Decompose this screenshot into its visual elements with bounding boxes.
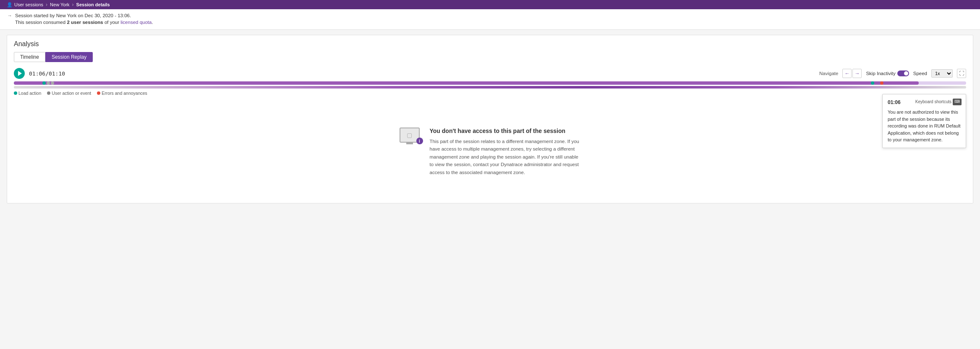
player-controls: 01:06/01:10 Navigate ← → Skip Inactivity… [14, 68, 966, 79]
marker-mid [290, 81, 294, 85]
analysis-tabs: Timeline Session Replay [14, 52, 966, 62]
user-sessions-icon: 👤 [7, 2, 13, 8]
skip-inactivity-toggle[interactable] [897, 70, 909, 76]
speed-select[interactable]: 0.5x 1x 1.5x 2x [931, 69, 953, 78]
nav-next-button[interactable]: → [852, 69, 862, 78]
right-controls: Navigate ← → Skip Inactivity Speed 0.5x … [819, 69, 966, 78]
legend-user-action: User action or event [47, 91, 91, 96]
marker-user [47, 81, 50, 85]
tooltip-message: You are not authorized to view this part… [888, 109, 961, 143]
tooltip-popup: 01:06 Keyboard shortcuts ⌨ You are not a… [882, 94, 966, 148]
marker-group-1 [42, 81, 54, 85]
user-icon: → [7, 13, 13, 18]
marker-load [42, 81, 46, 85]
marker-group-5 [871, 81, 883, 85]
no-access-icon-container: ▢ i [400, 128, 420, 143]
no-access-content: You don't have access to this part of th… [430, 128, 581, 176]
no-access-title: You don't have access to this part of th… [430, 128, 581, 134]
breadcrumb-new-york[interactable]: New York [47, 0, 72, 9]
timeline-track[interactable] [14, 81, 966, 85]
timeline-container: Load action User action or event Errors … [14, 81, 966, 96]
analysis-section: Analysis Timeline Session Replay 01:06/0… [7, 35, 973, 203]
nav-prev-button[interactable]: ← [842, 69, 852, 78]
marker-end2 [875, 81, 879, 85]
fullscreen-button[interactable]: ⛶ [957, 69, 966, 78]
timeline-secondary[interactable] [14, 86, 966, 89]
timeline-progress [14, 81, 919, 85]
info-badge-icon: i [416, 138, 423, 144]
skip-inactivity-label: Skip Inactivity [866, 71, 895, 76]
marker-mid2 [490, 81, 494, 85]
breadcrumb-nav: 👤 User sessions › New York › Session det… [0, 0, 980, 9]
nav-arrows: ← → [842, 69, 862, 78]
timeline-legend: Load action User action or event Errors … [14, 91, 966, 96]
legend-dot-user [47, 91, 50, 95]
marker-end [871, 81, 874, 85]
marker-group-4 [700, 81, 704, 85]
tab-timeline[interactable]: Timeline [14, 52, 45, 62]
breadcrumb-user-sessions[interactable]: 👤 User sessions [4, 0, 46, 9]
keyboard-icon: ⌨ [953, 99, 962, 105]
keyboard-shortcuts-label: Keyboard shortcuts [915, 99, 951, 105]
session-info-line1: Session started by New York on Dec 30, 2… [15, 13, 131, 18]
user-sessions-count: 2 user sessions [67, 20, 103, 25]
session-info-line2: This session consumed 2 user sessions of… [15, 20, 153, 25]
skip-inactivity-control: Skip Inactivity [866, 70, 909, 76]
licensed-quota-link[interactable]: licensed quota [120, 20, 152, 25]
no-access-area: ▢ i You don't have access to this part o… [14, 97, 966, 198]
no-access-description: This part of the session relates to a di… [430, 138, 581, 176]
legend-load-action: Load action [14, 91, 41, 96]
tab-session-replay[interactable]: Session Replay [45, 52, 93, 62]
session-info-bar: → Session started by New York on Dec 30,… [0, 9, 980, 30]
play-button[interactable] [14, 68, 25, 79]
time-display: 01:06/01:10 [29, 70, 65, 77]
legend-dot-load [14, 91, 17, 95]
marker-group-3 [490, 81, 494, 85]
marker-group-2 [290, 81, 294, 85]
marker-mid3 [700, 81, 704, 85]
marker-user2 [51, 81, 54, 85]
speed-label: Speed [913, 71, 927, 76]
legend-errors: Errors and annoyances [97, 91, 147, 96]
navigate-label: Navigate [819, 71, 838, 76]
keyboard-shortcuts-hint: Keyboard shortcuts ⌨ [915, 99, 962, 105]
legend-dot-error [97, 91, 100, 95]
marker-error [880, 81, 883, 85]
analysis-title: Analysis [14, 40, 966, 48]
breadcrumb-session-details[interactable]: Session details [74, 0, 112, 9]
